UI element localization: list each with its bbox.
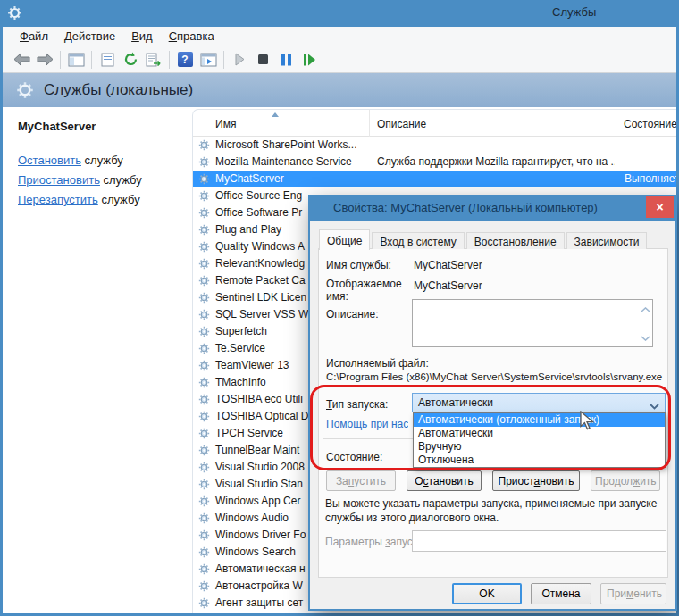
service-gear-icon <box>198 563 210 578</box>
service-control-buttons: ЗапуститьОстановитьПриостановитьПродолжи… <box>326 470 660 491</box>
service-name: Windows Audio <box>215 512 289 524</box>
service-action-link: Остановить службу <box>18 154 142 173</box>
properties-button[interactable] <box>96 49 119 71</box>
column-header-description[interactable]: Описание <box>370 110 616 137</box>
dropdown-option[interactable]: Отключена <box>414 454 665 467</box>
dialog-footer-button[interactable]: OK <box>452 583 522 604</box>
params-hint-text: Вы можете указать параметры запуска, при… <box>325 496 663 525</box>
show-console-tree-button[interactable] <box>64 49 88 71</box>
service-gear-icon <box>198 173 210 187</box>
startup-type-value: Автоматически <box>418 396 493 409</box>
tab[interactable]: Вход в систему <box>372 232 464 249</box>
window-titlebar[interactable]: Службы <box>0 0 679 27</box>
close-icon[interactable]: × <box>646 196 674 218</box>
service-name: Sentinel LDK Licen <box>215 291 306 304</box>
services-gear-icon <box>16 81 34 102</box>
service-name-label: Имя службы: <box>326 259 391 271</box>
service-name: TOSHIBA eco Utili <box>215 393 303 405</box>
service-name: TPCH Service <box>215 427 283 439</box>
toolbar-separator <box>60 51 61 69</box>
banner: Службы (локальные) <box>3 73 676 107</box>
service-action-link: Перезапустить службу <box>18 193 142 212</box>
service-name: Remote Packet Ca <box>215 274 306 287</box>
service-action-link: Приостановить службу <box>18 173 142 193</box>
service-gear-icon <box>198 275 210 289</box>
service-name: Windows Search <box>215 545 296 558</box>
forward-button[interactable] <box>33 49 56 71</box>
column-header-name[interactable]: Имя <box>193 110 370 137</box>
start-service-button[interactable] <box>228 49 251 71</box>
dialog-footer-button[interactable]: Применить <box>600 583 666 604</box>
action-link[interactable]: Остановить <box>18 154 81 167</box>
service-row[interactable]: Microsoft SharePoint Works... <box>193 137 676 154</box>
service-name: TMachInfo <box>215 376 266 388</box>
service-name: Te.Service <box>215 342 265 354</box>
service-gear-icon <box>198 462 210 476</box>
show-window-button[interactable] <box>197 49 220 71</box>
service-gear-icon <box>198 546 210 561</box>
service-name: TeamViewer 13 <box>215 359 289 371</box>
service-control-button[interactable]: Продолжить <box>591 470 660 491</box>
service-gear-icon <box>198 597 210 612</box>
service-name: Superfetch <box>215 325 267 337</box>
service-name: Office Source Eng <box>215 189 302 202</box>
action-suffix: службу <box>100 173 142 187</box>
tab[interactable]: Восстановление <box>466 232 565 249</box>
service-gear-icon <box>198 428 210 442</box>
tab[interactable]: Общие <box>319 229 370 250</box>
dialog-titlebar[interactable]: Свойства: MyChatServer (Локальный компью… <box>308 195 677 221</box>
service-gear-icon <box>198 529 210 544</box>
service-row[interactable]: Mozilla Maintenance Service Служба подде… <box>193 154 676 171</box>
action-link[interactable]: Перезапустить <box>18 193 98 206</box>
action-link[interactable]: Приостановить <box>18 173 100 187</box>
startup-type-combobox[interactable]: Автоматически <box>412 393 666 412</box>
service-description: Служба поддержки Mozilla гарантирует, чт… <box>377 155 615 168</box>
service-name: Windows Driver Fo <box>215 529 306 541</box>
resume-service-button[interactable] <box>298 49 321 71</box>
menu-item[interactable]: Действие <box>56 28 123 45</box>
selected-service-title: MyChatServer <box>18 120 96 133</box>
service-gear-icon <box>198 360 210 374</box>
dropdown-option[interactable]: Вручную <box>414 440 665 454</box>
service-control-button[interactable]: Остановить <box>407 470 482 491</box>
service-gear-icon <box>198 309 210 323</box>
start-params-input[interactable] <box>412 530 666 552</box>
service-gear-icon <box>198 156 210 171</box>
help-button[interactable]: ? <box>173 49 197 71</box>
sort-ascending-icon <box>272 112 279 117</box>
description-textarea[interactable] <box>412 299 653 347</box>
export-list-button[interactable] <box>142 49 165 71</box>
scroll-up-icon[interactable] <box>641 303 650 315</box>
status-label: Состояние: <box>326 451 382 463</box>
refresh-button[interactable] <box>119 49 142 71</box>
service-gear-icon <box>198 394 210 408</box>
mouse-cursor-icon <box>580 411 595 435</box>
pause-service-button[interactable] <box>274 49 298 71</box>
dropdown-option[interactable]: Автоматически (отложенный запуск) <box>414 413 665 427</box>
back-button[interactable] <box>10 49 33 71</box>
service-gear-icon <box>198 224 210 238</box>
menu-item[interactable]: Справка <box>161 28 222 45</box>
startup-help-link[interactable]: Помощь при настройке параметров запуска <box>326 418 408 430</box>
dialog-footer: OKОтменаПрименить <box>310 583 675 604</box>
service-control-button[interactable]: Приостановить <box>492 470 580 491</box>
display-name-value: MyChatServer <box>414 279 482 292</box>
service-status: Выполняется <box>625 172 676 185</box>
stop-service-button[interactable] <box>251 49 274 71</box>
dialog-footer-button[interactable]: Отмена <box>531 583 591 604</box>
service-gear-icon <box>198 241 210 255</box>
menu-item[interactable]: Файл <box>12 28 56 45</box>
help-icon: ? <box>178 52 193 67</box>
column-header-label: Имя <box>215 118 236 130</box>
tab[interactable]: Зависимости <box>566 232 648 249</box>
column-header-status[interactable]: Состояние <box>616 110 676 137</box>
scroll-down-icon[interactable] <box>641 331 650 344</box>
service-row[interactable]: MyChatServer Выполняется <box>193 171 676 187</box>
service-gear-icon <box>198 512 210 527</box>
service-control-button[interactable]: Запустить <box>326 470 396 491</box>
service-gear-icon <box>198 258 210 272</box>
menu-item[interactable]: Вид <box>123 28 161 45</box>
service-name: Mozilla Maintenance Service <box>215 155 352 168</box>
dropdown-option[interactable]: Автоматически <box>414 427 665 440</box>
service-gear-icon <box>198 479 210 493</box>
